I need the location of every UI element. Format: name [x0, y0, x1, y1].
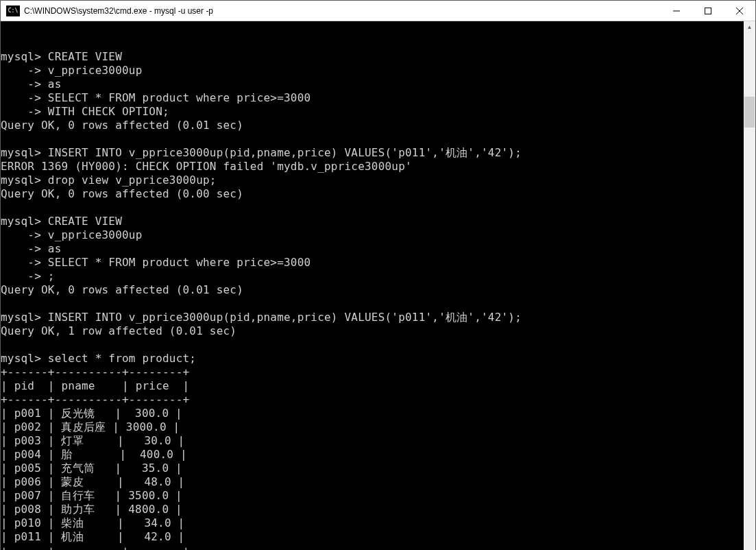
cmd-icon-label: C:\	[8, 8, 18, 14]
terminal-line: mysql> INSERT INTO v_pprice3000up(pid,pn…	[1, 146, 744, 160]
terminal-line: | p003 | 灯罩 | 30.0 |	[1, 434, 744, 448]
terminal-line: | p001 | 反光镜 | 300.0 |	[1, 407, 744, 420]
cmd-icon: C:\	[6, 5, 20, 16]
terminal-line: mysql> CREATE VIEW	[1, 215, 744, 228]
terminal-line: -> ;	[1, 270, 744, 283]
close-button[interactable]	[724, 1, 755, 21]
terminal-line: | p008 | 助力车 | 4800.0 |	[1, 503, 744, 516]
terminal-line	[1, 132, 744, 146]
terminal-line: mysql> drop view v_pprice3000up;	[1, 174, 744, 187]
terminal-line: | p010 | 柴油 | 34.0 |	[1, 516, 744, 530]
scroll-thumb[interactable]	[744, 97, 755, 128]
terminal-line: | p011 | 机油 | 42.0 |	[1, 530, 744, 544]
terminal-line: -> WITH CHECK OPTION;	[1, 105, 744, 119]
terminal-line	[1, 338, 744, 352]
terminal-line	[1, 201, 744, 215]
terminal-line: -> as	[1, 242, 744, 256]
svg-rect-1	[705, 8, 711, 14]
terminal-line: mysql> INSERT INTO v_pprice3000up(pid,pn…	[1, 311, 744, 324]
terminal-line: Query OK, 0 rows affected (0.01 sec)	[1, 283, 744, 297]
terminal-line: Query OK, 0 rows affected (0.01 sec)	[1, 119, 744, 132]
terminal-line: +------+----------+--------+	[1, 366, 744, 379]
terminal-line: mysql> CREATE VIEW	[1, 50, 744, 64]
terminal-line: Query OK, 1 row affected (0.01 sec)	[1, 324, 744, 338]
scroll-up-arrow[interactable]: ▲	[744, 21, 755, 33]
client-area: mysql> CREATE VIEW -> v_pprice3000up -> …	[1, 21, 755, 550]
vertical-scrollbar[interactable]: ▲ ▼	[744, 21, 755, 550]
terminal-line: +------+----------+--------+	[1, 393, 744, 407]
terminal-line: | p007 | 自行车 | 3500.0 |	[1, 489, 744, 503]
terminal-line: | p005 | 充气筒 | 35.0 |	[1, 462, 744, 475]
terminal-line: | p006 | 蒙皮 | 48.0 |	[1, 475, 744, 489]
terminal-line: +------+----------+--------+	[1, 544, 744, 550]
terminal-line: mysql> select * from product;	[1, 352, 744, 366]
terminal-line: -> SELECT * FROM product where price>=30…	[1, 91, 744, 105]
terminal-output[interactable]: mysql> CREATE VIEW -> v_pprice3000up -> …	[1, 21, 744, 550]
terminal-line: -> v_pprice3000up	[1, 64, 744, 77]
terminal-line: ERROR 1369 (HY000): CHECK OPTION failed …	[1, 160, 744, 174]
terminal-line: -> SELECT * FROM product where price>=30…	[1, 256, 744, 270]
terminal-line	[1, 297, 744, 311]
minimize-button[interactable]	[661, 1, 692, 21]
titlebar[interactable]: C:\ C:\WINDOWS\system32\cmd.exe - mysql …	[1, 1, 755, 21]
terminal-line: Query OK, 0 rows affected (0.00 sec)	[1, 187, 744, 201]
terminal-line: | p002 | 真皮后座 | 3000.0 |	[1, 420, 744, 434]
cmd-window: C:\ C:\WINDOWS\system32\cmd.exe - mysql …	[0, 0, 756, 550]
terminal-line: | p004 | 胎 | 400.0 |	[1, 448, 744, 462]
terminal-line: -> as	[1, 77, 744, 91]
terminal-line: | pid | pname | price |	[1, 379, 744, 393]
maximize-button[interactable]	[692, 1, 724, 21]
window-title: C:\WINDOWS\system32\cmd.exe - mysql -u u…	[24, 6, 661, 16]
terminal-line: -> v_pprice3000up	[1, 228, 744, 242]
